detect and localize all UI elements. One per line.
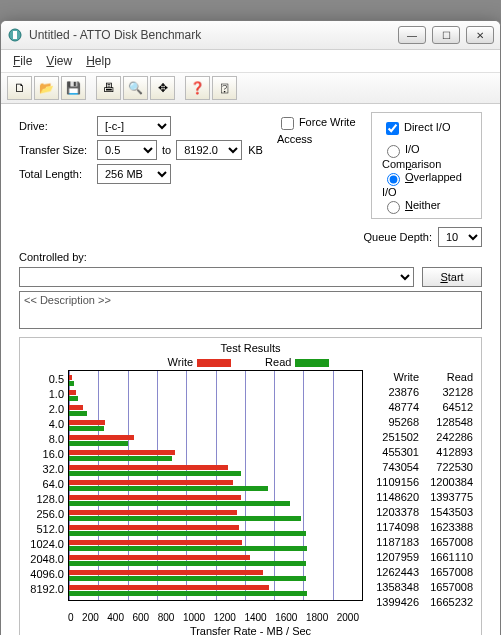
maximize-button[interactable]: ☐ (432, 26, 460, 44)
queue-depth-label: Queue Depth: (364, 231, 433, 243)
transfer-from-select[interactable]: 0.5 (97, 140, 157, 160)
drive-select[interactable]: [-c-] (97, 116, 171, 136)
results-title: Test Results (26, 342, 475, 354)
results-panel: Test Results Write Read 0.51.02.04.08.01… (19, 337, 482, 635)
whatsthis-icon[interactable]: ⍰ (212, 76, 237, 100)
neither-radio[interactable]: Neither (382, 199, 440, 211)
menu-view[interactable]: View (46, 54, 72, 68)
svg-rect-1 (13, 31, 17, 39)
overlapped-io-radio[interactable]: Overlapped I/O (382, 171, 462, 198)
window-title: Untitled - ATTO Disk Benchmark (29, 28, 398, 42)
description-textarea[interactable]: << Description >> (19, 291, 482, 329)
transfer-size-label: Transfer Size: (19, 144, 97, 156)
force-write-checkbox[interactable]: Force Write Access (277, 116, 356, 145)
titlebar: Untitled - ATTO Disk Benchmark — ☐ ✕ (1, 21, 500, 50)
io-comparison-radio[interactable]: I/O Comparison (382, 143, 441, 170)
help-icon[interactable]: ❓ (185, 76, 210, 100)
print-icon[interactable]: 🖶 (96, 76, 121, 100)
toolbar: 🗋 📂 💾 🖶 🔍 ✥ ❓ ⍰ (1, 73, 500, 104)
menubar: File View Help (1, 50, 500, 73)
open-icon[interactable]: 📂 (34, 76, 59, 100)
close-button[interactable]: ✕ (466, 26, 494, 44)
kb-label: KB (248, 144, 263, 156)
total-length-select[interactable]: 256 MB (97, 164, 171, 184)
controlled-by-label: Controlled by: (19, 251, 482, 263)
minimize-button[interactable]: — (398, 26, 426, 44)
menu-file[interactable]: File (13, 54, 32, 68)
main-window: Untitled - ATTO Disk Benchmark — ☐ ✕ Fil… (0, 20, 501, 635)
chart-area (68, 370, 363, 601)
controlled-by-select[interactable] (19, 267, 414, 287)
transfer-to-select[interactable]: 8192.0 (176, 140, 242, 160)
move-icon[interactable]: ✥ (150, 76, 175, 100)
queue-depth-select[interactable]: 10 (438, 227, 482, 247)
start-button[interactable]: Start (422, 267, 482, 287)
chart-y-labels: 0.51.02.04.08.016.032.064.0128.0256.0512… (26, 370, 64, 610)
app-icon (7, 27, 23, 43)
chart-x-axis: 0200400600800100012001400160018002000 (68, 612, 471, 623)
to-label: to (162, 144, 171, 156)
save-icon[interactable]: 💾 (61, 76, 86, 100)
preview-icon[interactable]: 🔍 (123, 76, 148, 100)
menu-help[interactable]: Help (86, 54, 111, 68)
chart-legend: Write Read (26, 356, 475, 368)
total-length-label: Total Length: (19, 168, 97, 180)
drive-label: Drive: (19, 120, 97, 132)
numeric-columns: WriteRead 238763212848774645129526812854… (367, 370, 475, 610)
chart-x-title: Transfer Rate - MB / Sec (26, 625, 475, 635)
direct-io-checkbox[interactable]: Direct I/O (382, 121, 450, 133)
new-icon[interactable]: 🗋 (7, 76, 32, 100)
